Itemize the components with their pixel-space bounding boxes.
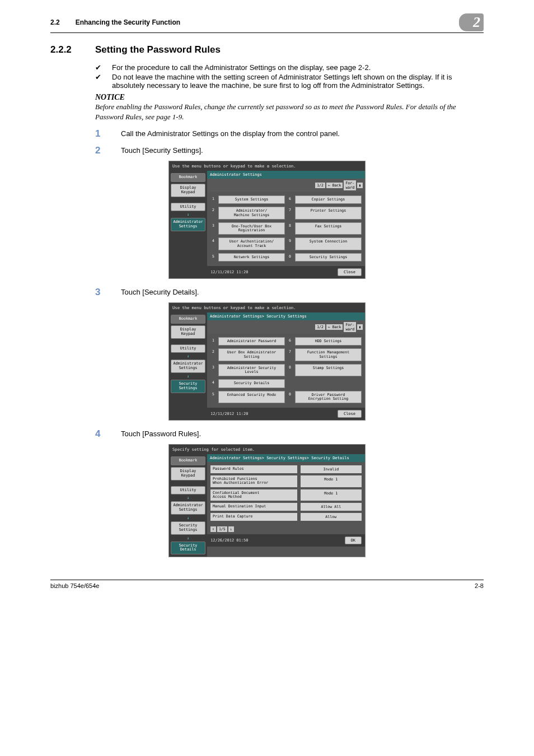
step-row: 3 Touch [Security Details]. <box>95 287 484 298</box>
step-number: 4 <box>95 428 104 440</box>
menu-admin-machine-settings[interactable]: Administrator/ Machine Settings <box>218 207 285 220</box>
arrow-down-icon: ↓ <box>171 496 205 500</box>
close-button[interactable]: Close <box>338 268 362 276</box>
administrator-settings-button[interactable]: Administrator Settings <box>171 501 205 515</box>
forward-button[interactable]: For- ward <box>344 180 356 190</box>
menu-hdd-settings[interactable]: HDD Settings <box>295 337 362 346</box>
check-icon: ✔ <box>95 73 102 90</box>
menu-system-connection[interactable]: System Connection <box>295 237 362 250</box>
step-number: 3 <box>95 287 104 298</box>
arrow-down-icon: ↓ <box>171 375 205 378</box>
menu-onetouch-userbox[interactable]: One-Touch/User Box Registration <box>218 222 285 235</box>
timestamp: 12/11/2012 11:20 <box>210 270 248 274</box>
chapter-badge: 2 <box>459 13 484 31</box>
utility-button[interactable]: Utility <box>171 486 205 495</box>
arrow-down-icon: ↓ <box>171 516 205 520</box>
menu-function-management[interactable]: Function Management Settings <box>295 348 362 361</box>
pager: 1/2 ← Back For- ward ▮ <box>207 179 365 192</box>
step-row: 2 Touch [Security Settings]. <box>95 145 484 156</box>
page-down-button[interactable]: ↓ <box>228 526 234 532</box>
step-text: Touch [Password Rules]. <box>121 428 201 440</box>
menu-network-settings[interactable]: Network Settings <box>218 253 285 262</box>
row-password-rules[interactable]: Password Rules <box>210 465 297 473</box>
menu-userbox-admin-setting[interactable]: User Box Administrator Setting <box>218 348 285 361</box>
menu-copier-settings[interactable]: Copier Settings <box>295 195 362 204</box>
bookmark-button[interactable]: Bookmark <box>171 173 205 182</box>
subsection-heading: 2.2.2 Setting the Password Rules <box>50 44 484 55</box>
subsection-title: Setting the Password Rules <box>95 44 221 55</box>
settings-list: Password RulesInvalid Prohibited Functio… <box>207 462 365 524</box>
page-indicator: 1/2 <box>315 183 325 188</box>
menu-printer-settings[interactable]: Printer Settings <box>295 207 362 220</box>
step-text: Touch [Security Details]. <box>121 287 199 298</box>
bookmark-button[interactable]: Bookmark <box>171 456 205 465</box>
value-confidential-doc-access: Mode 1 <box>301 489 362 501</box>
value-print-data-capture: Allow <box>301 513 362 521</box>
display-keypad-button[interactable]: Display Keypad <box>171 325 205 339</box>
display-keypad-button[interactable]: Display Keypad <box>171 467 205 480</box>
step-text: Touch [Security Settings]. <box>121 145 203 156</box>
bookmark-toggle-icon[interactable]: ▮ <box>357 183 363 188</box>
bookmark-toggle-icon[interactable]: ▮ <box>357 324 363 330</box>
shot-instruction: Use the menu buttons or keypad to make a… <box>169 303 365 312</box>
display-keypad-button[interactable]: Display Keypad <box>171 184 205 197</box>
notice-label: NOTICE <box>95 93 484 102</box>
row-print-data-capture[interactable]: Print Data Capture <box>210 513 297 521</box>
bullet-text: For the procedure to call the Administra… <box>112 63 371 72</box>
menu-system-settings[interactable]: System Settings <box>218 195 285 204</box>
screenshot-security-details: Specify setting for selected item. Bookm… <box>168 444 366 557</box>
administrator-settings-button[interactable]: Administrator Settings <box>171 360 205 373</box>
menu-driver-password-encryption[interactable]: Driver Password Encryption Setting <box>295 391 362 404</box>
step-row: 4 Touch [Password Rules]. <box>95 428 484 440</box>
menu-grid: 1Administrator Password 6HDD Settings 2U… <box>207 334 365 408</box>
mini-pager: ↑ 1/5 ↓ <box>207 524 365 534</box>
utility-button[interactable]: Utility <box>171 344 205 353</box>
bookmark-button[interactable]: Bookmark <box>171 315 205 324</box>
close-button[interactable]: Close <box>338 410 362 418</box>
back-button[interactable]: ← Back <box>326 183 343 188</box>
row-prohibited-functions[interactable]: Prohibited Functions When Authentication… <box>210 475 297 487</box>
security-settings-button[interactable]: Security Settings <box>171 380 205 393</box>
menu-security-details[interactable]: Security Details <box>218 379 285 388</box>
security-settings-button[interactable]: Security Settings <box>171 521 205 535</box>
bullet-item: ✔ Do not leave the machine with the sett… <box>95 73 484 90</box>
menu-user-auth-account-track[interactable]: User Authentication/ Account Track <box>218 237 285 250</box>
security-details-button[interactable]: Security Details <box>171 542 205 555</box>
administrator-settings-button[interactable]: Administrator Settings <box>171 218 205 231</box>
value-manual-destination-input: Allow All <box>301 503 362 511</box>
notice-text: Before enabling the Password Rules, chan… <box>95 102 484 122</box>
ok-button[interactable]: OK <box>345 536 362 544</box>
arrow-down-icon: ↓ <box>171 213 205 216</box>
step-text: Call the Administrator Settings on the d… <box>121 128 340 139</box>
forward-button[interactable]: For- ward <box>344 322 356 332</box>
screenshot-admin-settings: Use the menu buttons or keypad to make a… <box>168 161 366 279</box>
menu-enhanced-security-mode[interactable]: Enhanced Security Mode <box>218 391 285 404</box>
bullet-item: ✔ For the procedure to call the Administ… <box>95 63 484 72</box>
menu-admin-security-levels[interactable]: Administrator Security Levels <box>218 364 285 377</box>
menu-grid: 1System Settings 6Copier Settings 2Admin… <box>207 192 365 266</box>
header-section-no: 2.2 <box>50 18 60 26</box>
step-number: 2 <box>95 145 104 156</box>
screenshot-security-settings: Use the menu buttons or keypad to make a… <box>168 302 366 421</box>
value-password-rules: Invalid <box>301 465 362 473</box>
step-row: 1 Call the Administrator Settings on the… <box>95 128 484 139</box>
page-up-button[interactable]: ↑ <box>210 526 216 532</box>
value-prohibited-functions: Mode 1 <box>301 475 362 487</box>
menu-security-settings[interactable]: Security Settings <box>295 253 362 262</box>
page-indicator: 1/5 <box>217 526 227 532</box>
menu-admin-password[interactable]: Administrator Password <box>218 337 285 346</box>
menu-fax-settings[interactable]: Fax Settings <box>295 222 362 235</box>
row-manual-destination-input[interactable]: Manual Destination Input <box>210 503 297 511</box>
shot-instruction: Specify setting for selected item. <box>169 445 365 454</box>
step-number: 1 <box>95 128 104 139</box>
menu-stamp-settings[interactable]: Stamp Settings <box>295 364 362 377</box>
back-button[interactable]: ← Back <box>326 324 343 330</box>
utility-button[interactable]: Utility <box>171 203 205 212</box>
timestamp: 12/11/2012 11:20 <box>210 412 248 416</box>
footer-page: 2-8 <box>475 582 484 589</box>
subsection-number: 2.2.2 <box>50 44 84 55</box>
breadcrumb: Administrator Settings <box>207 171 365 179</box>
timestamp: 12/26/2012 01:50 <box>210 538 248 543</box>
page-indicator: 1/2 <box>315 324 325 330</box>
row-confidential-doc-access[interactable]: Confidential Document Access Method <box>210 489 297 501</box>
